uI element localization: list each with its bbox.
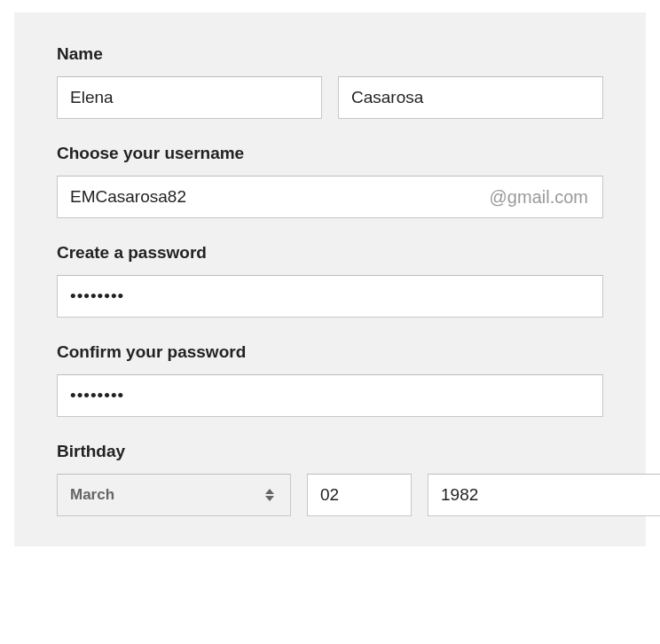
- signup-form: Name Choose your username @gmail.com Cre…: [14, 12, 646, 546]
- username-input[interactable]: [58, 177, 490, 217]
- first-name-input[interactable]: [57, 76, 322, 119]
- password-group: Create a password: [57, 243, 603, 318]
- name-label: Name: [57, 44, 603, 64]
- name-row: [57, 76, 603, 119]
- username-label: Choose your username: [57, 144, 603, 163]
- day-input[interactable]: [307, 474, 412, 516]
- password-label: Create a password: [57, 243, 603, 263]
- username-suffix: @gmail.com: [490, 187, 588, 208]
- name-group: Name: [57, 44, 603, 119]
- month-value: March: [70, 486, 265, 504]
- password-input[interactable]: [57, 275, 603, 318]
- confirm-password-label: Confirm your password: [57, 342, 603, 362]
- month-select[interactable]: March: [57, 474, 291, 516]
- username-wrap: @gmail.com: [57, 176, 603, 218]
- year-input[interactable]: [428, 474, 660, 516]
- last-name-input[interactable]: [338, 76, 603, 119]
- birthday-label: Birthday: [57, 442, 603, 461]
- username-group: Choose your username @gmail.com: [57, 144, 603, 218]
- birthday-group: Birthday March: [57, 442, 603, 516]
- confirm-password-input[interactable]: [57, 374, 603, 417]
- birthday-row: March: [57, 474, 603, 516]
- updown-icon: [265, 489, 274, 501]
- confirm-password-group: Confirm your password: [57, 342, 603, 417]
